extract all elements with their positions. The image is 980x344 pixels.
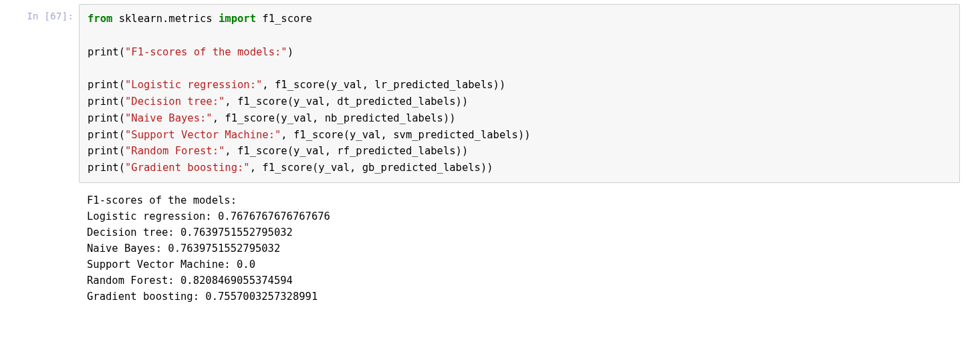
code-cell: In [67]: from sklearn.metrics import f1_…: [0, 0, 980, 187]
module-path: sklearn.metrics: [112, 13, 219, 25]
rest-gb: , f1_score(y_val, gb_predicted_labels)): [250, 162, 493, 174]
kw-import: import: [219, 13, 256, 25]
rest-dt: , f1_score(y_val, dt_predicted_labels)): [225, 96, 468, 108]
fn-print: print: [88, 112, 119, 124]
rest-nb: , f1_score(y_val, nb_predicted_labels)): [213, 112, 456, 124]
fn-print: print: [88, 145, 119, 157]
out-line: Gradient boosting: 0.7557003257328991: [87, 291, 318, 303]
str-dt: "Decision tree:": [125, 96, 225, 108]
out-line: F1-scores of the models:: [87, 194, 237, 206]
out-line: Decision tree: 0.7639751552795032: [87, 226, 293, 238]
str-gb: "Gradient boosting:": [125, 162, 250, 174]
rest-svm: , f1_score(y_val, svm_predicted_labels)): [281, 129, 530, 141]
input-prompt: In [67]:: [0, 4, 79, 21]
kw-from: from: [88, 13, 112, 25]
prompt-label: In [: [27, 11, 50, 21]
fn-print: print: [88, 129, 119, 141]
fn-print: print: [88, 79, 119, 91]
str-title: "F1-scores of the models:": [125, 46, 287, 58]
out-line: Naive Bayes: 0.7639751552795032: [87, 242, 280, 254]
fn-print: print: [88, 96, 119, 108]
str-svm: "Support Vector Machine:": [125, 129, 281, 141]
rest-lr: , f1_score(y_val, lr_predicted_labels)): [262, 79, 505, 91]
prompt-number: 67: [50, 11, 62, 21]
rest-rf: , f1_score(y_val, rf_predicted_labels)): [225, 145, 468, 157]
out-line: Support Vector Machine: 0.0: [87, 259, 255, 271]
source-code[interactable]: from sklearn.metrics import f1_score pri…: [88, 11, 951, 176]
fn-print: print: [88, 46, 119, 58]
prompt-suffix: ]:: [62, 11, 74, 21]
stdout: F1-scores of the models: Logistic regres…: [79, 187, 980, 307]
str-lr: "Logistic regression:": [125, 79, 262, 91]
str-rf: "Random Forest:": [125, 145, 225, 157]
code-input-area[interactable]: from sklearn.metrics import f1_score pri…: [79, 4, 960, 183]
out-line: Logistic regression: 0.7676767676767676: [87, 210, 330, 222]
fn-print: print: [88, 162, 119, 174]
import-name: f1_score: [256, 13, 312, 25]
out-line: Random Forest: 0.8208469055374594: [87, 275, 293, 287]
output-cell: F1-scores of the models: Logistic regres…: [0, 187, 980, 307]
str-nb: "Naive Bayes:": [125, 112, 213, 124]
